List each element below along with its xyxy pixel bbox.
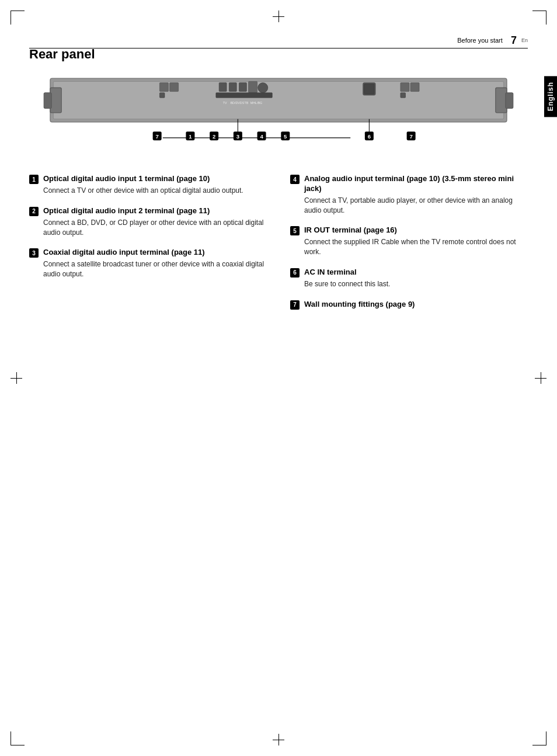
rear-panel-illustration: TV BD/DVD STB MHL/BG 7 1 2 [29,69,528,157]
svg-rect-20 [364,84,374,94]
corner-mark-br [532,731,546,745]
svg-rect-22 [410,83,419,92]
svg-text:MHL/BG: MHL/BG [250,101,263,105]
svg-text:7: 7 [155,133,158,140]
svg-rect-4 [496,88,507,113]
list-item: 6 AC IN terminal Be sure to connect this… [290,268,528,289]
item-badge-5: 5 [290,226,300,235]
language-tab: English [544,76,557,117]
section-label: Before you start [457,37,503,44]
svg-rect-10 [229,83,236,92]
item-4-title: Analog audio input terminal (page 10) (3… [304,174,528,194]
item-6-body: Be sure to connect this last. [304,279,528,289]
svg-rect-12 [249,81,257,92]
svg-text:1: 1 [189,133,192,140]
item-badge-3: 3 [29,248,39,258]
item-5-title: IR OUT terminal (page 16) [304,226,397,235]
svg-text:7: 7 [409,133,412,140]
svg-text:2: 2 [213,133,215,140]
corner-mark-bl [11,731,25,745]
main-content: Rear panel TV BD/D [29,47,528,320]
svg-text:5: 5 [284,133,287,140]
svg-rect-1 [53,81,503,119]
svg-point-13 [258,83,268,93]
list-item: 4 Analog audio input terminal (page 10) … [290,174,528,215]
svg-rect-3 [44,93,51,109]
right-column: 4 Analog audio input terminal (page 10) … [290,174,528,320]
item-6-title: AC IN terminal [304,268,357,278]
svg-rect-23 [401,93,406,98]
item-badge-1: 1 [29,175,39,184]
svg-text:STB: STB [242,101,249,105]
item-5-body: Connect the supplied IR Cable when the T… [304,237,528,257]
svg-rect-8 [159,93,165,98]
item-badge-6: 6 [290,268,300,278]
corner-mark-tr [532,11,546,25]
svg-text:3: 3 [236,133,239,140]
item-3-body: Connect a satellite broadcast tuner or o… [43,259,267,279]
item-1-body: Connect a TV or other device with an opt… [43,186,267,196]
list-item: 2 Optical digital audio input 2 terminal… [29,206,267,238]
svg-text:4: 4 [260,133,263,140]
list-item: 5 IR OUT terminal (page 16) Connect the … [290,226,528,257]
svg-rect-7 [170,83,179,92]
list-item: 7 Wall mounting fittings (page 9) [290,300,528,310]
item-7-title: Wall mounting fittings (page 9) [304,300,415,310]
svg-rect-9 [219,83,227,92]
item-badge-2: 2 [29,207,39,216]
item-2-body: Connect a BD, DVD, or CD player or other… [43,218,267,238]
item-2-title: Optical digital audio input 2 terminal (… [43,206,210,216]
item-badge-4: 4 [290,175,300,184]
svg-rect-6 [159,83,168,92]
list-item: 3 Coaxial digital audio input terminal (… [29,248,267,279]
item-4-body: Connect a TV, portable audio player, or … [304,196,528,216]
svg-rect-11 [239,83,247,92]
corner-mark-tl [11,11,25,25]
left-column: 1 Optical digital audio input 1 terminal… [29,174,267,320]
svg-text:TV: TV [223,101,227,105]
page-number: 7 [511,35,517,46]
svg-rect-2 [50,88,61,113]
item-3-title: Coaxial digital audio input terminal (pa… [43,248,205,258]
crosshair-bottom [273,734,284,745]
svg-text:BD/DVD: BD/DVD [231,101,242,105]
crosshair-left [11,372,22,384]
svg-rect-5 [506,93,513,109]
description-columns: 1 Optical digital audio input 1 terminal… [29,174,528,320]
crosshair-right [535,372,546,384]
lang-code: En [521,37,528,43]
svg-rect-14 [216,93,272,98]
item-badge-7: 7 [290,300,300,310]
svg-text:6: 6 [368,133,371,140]
list-item: 1 Optical digital audio input 1 terminal… [29,174,267,196]
item-1-title: Optical digital audio input 1 terminal (… [43,174,210,184]
section-title: Rear panel [29,47,528,62]
svg-rect-21 [401,83,409,92]
crosshair-top [273,11,284,22]
